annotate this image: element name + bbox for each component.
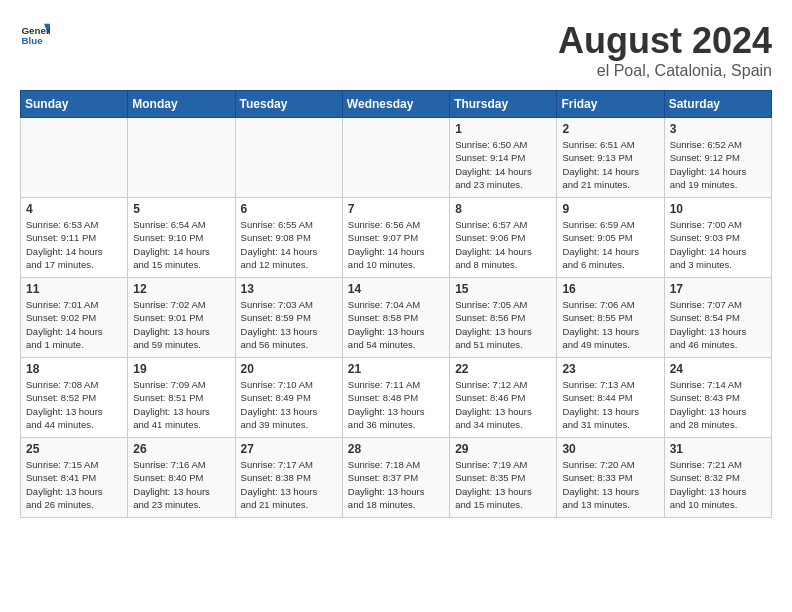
day-info: Sunrise: 7:21 AM Sunset: 8:32 PM Dayligh…	[670, 458, 766, 511]
header-day-wednesday: Wednesday	[342, 91, 449, 118]
day-info: Sunrise: 7:01 AM Sunset: 9:02 PM Dayligh…	[26, 298, 122, 351]
day-number: 20	[241, 362, 337, 376]
calendar-cell: 31Sunrise: 7:21 AM Sunset: 8:32 PM Dayli…	[664, 438, 771, 518]
day-info: Sunrise: 6:51 AM Sunset: 9:13 PM Dayligh…	[562, 138, 658, 191]
day-number: 18	[26, 362, 122, 376]
day-info: Sunrise: 7:20 AM Sunset: 8:33 PM Dayligh…	[562, 458, 658, 511]
day-number: 14	[348, 282, 444, 296]
title-area: August 2024 el Poal, Catalonia, Spain	[558, 20, 772, 80]
day-number: 21	[348, 362, 444, 376]
logo: General Blue	[20, 20, 50, 50]
header-day-sunday: Sunday	[21, 91, 128, 118]
header-day-saturday: Saturday	[664, 91, 771, 118]
day-number: 31	[670, 442, 766, 456]
calendar-cell: 3Sunrise: 6:52 AM Sunset: 9:12 PM Daylig…	[664, 118, 771, 198]
day-number: 15	[455, 282, 551, 296]
day-info: Sunrise: 7:11 AM Sunset: 8:48 PM Dayligh…	[348, 378, 444, 431]
day-info: Sunrise: 7:17 AM Sunset: 8:38 PM Dayligh…	[241, 458, 337, 511]
calendar-cell: 30Sunrise: 7:20 AM Sunset: 8:33 PM Dayli…	[557, 438, 664, 518]
day-info: Sunrise: 6:56 AM Sunset: 9:07 PM Dayligh…	[348, 218, 444, 271]
day-info: Sunrise: 6:55 AM Sunset: 9:08 PM Dayligh…	[241, 218, 337, 271]
calendar-cell	[21, 118, 128, 198]
calendar-cell: 27Sunrise: 7:17 AM Sunset: 8:38 PM Dayli…	[235, 438, 342, 518]
day-info: Sunrise: 7:06 AM Sunset: 8:55 PM Dayligh…	[562, 298, 658, 351]
day-number: 12	[133, 282, 229, 296]
calendar-cell: 28Sunrise: 7:18 AM Sunset: 8:37 PM Dayli…	[342, 438, 449, 518]
week-row-3: 11Sunrise: 7:01 AM Sunset: 9:02 PM Dayli…	[21, 278, 772, 358]
calendar-cell: 26Sunrise: 7:16 AM Sunset: 8:40 PM Dayli…	[128, 438, 235, 518]
calendar-cell: 24Sunrise: 7:14 AM Sunset: 8:43 PM Dayli…	[664, 358, 771, 438]
calendar-cell: 20Sunrise: 7:10 AM Sunset: 8:49 PM Dayli…	[235, 358, 342, 438]
calendar-cell: 2Sunrise: 6:51 AM Sunset: 9:13 PM Daylig…	[557, 118, 664, 198]
week-row-1: 1Sunrise: 6:50 AM Sunset: 9:14 PM Daylig…	[21, 118, 772, 198]
day-info: Sunrise: 7:14 AM Sunset: 8:43 PM Dayligh…	[670, 378, 766, 431]
day-number: 5	[133, 202, 229, 216]
header-day-thursday: Thursday	[450, 91, 557, 118]
day-info: Sunrise: 7:00 AM Sunset: 9:03 PM Dayligh…	[670, 218, 766, 271]
calendar-cell: 7Sunrise: 6:56 AM Sunset: 9:07 PM Daylig…	[342, 198, 449, 278]
calendar-cell: 10Sunrise: 7:00 AM Sunset: 9:03 PM Dayli…	[664, 198, 771, 278]
calendar-header: SundayMondayTuesdayWednesdayThursdayFrid…	[21, 91, 772, 118]
day-number: 19	[133, 362, 229, 376]
day-info: Sunrise: 7:15 AM Sunset: 8:41 PM Dayligh…	[26, 458, 122, 511]
day-number: 11	[26, 282, 122, 296]
day-number: 7	[348, 202, 444, 216]
header-row: SundayMondayTuesdayWednesdayThursdayFrid…	[21, 91, 772, 118]
day-info: Sunrise: 7:13 AM Sunset: 8:44 PM Dayligh…	[562, 378, 658, 431]
calendar-cell	[342, 118, 449, 198]
day-number: 13	[241, 282, 337, 296]
day-info: Sunrise: 7:12 AM Sunset: 8:46 PM Dayligh…	[455, 378, 551, 431]
calendar-cell: 16Sunrise: 7:06 AM Sunset: 8:55 PM Dayli…	[557, 278, 664, 358]
day-number: 23	[562, 362, 658, 376]
day-info: Sunrise: 6:53 AM Sunset: 9:11 PM Dayligh…	[26, 218, 122, 271]
calendar-cell: 12Sunrise: 7:02 AM Sunset: 9:01 PM Dayli…	[128, 278, 235, 358]
day-number: 1	[455, 122, 551, 136]
calendar-cell: 1Sunrise: 6:50 AM Sunset: 9:14 PM Daylig…	[450, 118, 557, 198]
day-info: Sunrise: 6:50 AM Sunset: 9:14 PM Dayligh…	[455, 138, 551, 191]
day-number: 25	[26, 442, 122, 456]
calendar-cell: 19Sunrise: 7:09 AM Sunset: 8:51 PM Dayli…	[128, 358, 235, 438]
calendar-cell: 22Sunrise: 7:12 AM Sunset: 8:46 PM Dayli…	[450, 358, 557, 438]
day-number: 6	[241, 202, 337, 216]
calendar-cell: 15Sunrise: 7:05 AM Sunset: 8:56 PM Dayli…	[450, 278, 557, 358]
page-header: General Blue August 2024 el Poal, Catalo…	[20, 20, 772, 80]
day-info: Sunrise: 6:59 AM Sunset: 9:05 PM Dayligh…	[562, 218, 658, 271]
logo-icon: General Blue	[20, 20, 50, 50]
calendar-cell: 21Sunrise: 7:11 AM Sunset: 8:48 PM Dayli…	[342, 358, 449, 438]
day-info: Sunrise: 6:57 AM Sunset: 9:06 PM Dayligh…	[455, 218, 551, 271]
header-day-monday: Monday	[128, 91, 235, 118]
day-number: 17	[670, 282, 766, 296]
calendar-cell: 13Sunrise: 7:03 AM Sunset: 8:59 PM Dayli…	[235, 278, 342, 358]
calendar-cell	[128, 118, 235, 198]
calendar-cell: 8Sunrise: 6:57 AM Sunset: 9:06 PM Daylig…	[450, 198, 557, 278]
calendar-cell: 18Sunrise: 7:08 AM Sunset: 8:52 PM Dayli…	[21, 358, 128, 438]
header-day-tuesday: Tuesday	[235, 91, 342, 118]
day-number: 3	[670, 122, 766, 136]
day-info: Sunrise: 6:52 AM Sunset: 9:12 PM Dayligh…	[670, 138, 766, 191]
day-info: Sunrise: 7:10 AM Sunset: 8:49 PM Dayligh…	[241, 378, 337, 431]
page-title: August 2024	[558, 20, 772, 62]
day-info: Sunrise: 7:09 AM Sunset: 8:51 PM Dayligh…	[133, 378, 229, 431]
week-row-4: 18Sunrise: 7:08 AM Sunset: 8:52 PM Dayli…	[21, 358, 772, 438]
calendar-body: 1Sunrise: 6:50 AM Sunset: 9:14 PM Daylig…	[21, 118, 772, 518]
calendar-cell: 5Sunrise: 6:54 AM Sunset: 9:10 PM Daylig…	[128, 198, 235, 278]
day-number: 22	[455, 362, 551, 376]
calendar-cell: 17Sunrise: 7:07 AM Sunset: 8:54 PM Dayli…	[664, 278, 771, 358]
day-number: 28	[348, 442, 444, 456]
day-info: Sunrise: 7:05 AM Sunset: 8:56 PM Dayligh…	[455, 298, 551, 351]
day-info: Sunrise: 7:19 AM Sunset: 8:35 PM Dayligh…	[455, 458, 551, 511]
week-row-5: 25Sunrise: 7:15 AM Sunset: 8:41 PM Dayli…	[21, 438, 772, 518]
page-subtitle: el Poal, Catalonia, Spain	[558, 62, 772, 80]
svg-text:Blue: Blue	[22, 35, 44, 46]
day-info: Sunrise: 7:16 AM Sunset: 8:40 PM Dayligh…	[133, 458, 229, 511]
day-info: Sunrise: 7:04 AM Sunset: 8:58 PM Dayligh…	[348, 298, 444, 351]
day-number: 2	[562, 122, 658, 136]
day-number: 10	[670, 202, 766, 216]
day-info: Sunrise: 7:18 AM Sunset: 8:37 PM Dayligh…	[348, 458, 444, 511]
day-number: 30	[562, 442, 658, 456]
day-number: 24	[670, 362, 766, 376]
day-info: Sunrise: 6:54 AM Sunset: 9:10 PM Dayligh…	[133, 218, 229, 271]
day-number: 16	[562, 282, 658, 296]
day-number: 9	[562, 202, 658, 216]
calendar-cell: 25Sunrise: 7:15 AM Sunset: 8:41 PM Dayli…	[21, 438, 128, 518]
